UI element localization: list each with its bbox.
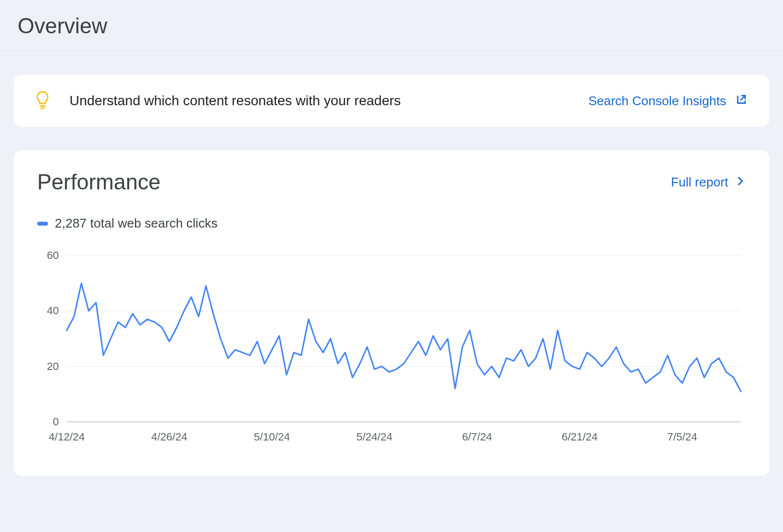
legend-swatch [37, 222, 48, 226]
insights-link-label: Search Console Insights [588, 93, 726, 109]
svg-text:4/12/24: 4/12/24 [48, 431, 85, 443]
insights-text: Understand which content resonates with … [69, 93, 401, 109]
performance-chart: 02040604/12/244/26/245/10/245/24/246/7/2… [37, 246, 746, 446]
legend-label: 2,287 total web search clicks [55, 216, 217, 231]
svg-text:6/21/24: 6/21/24 [562, 431, 598, 443]
insights-card: Understand which content resonates with … [14, 75, 769, 127]
full-report-label: Full report [671, 175, 728, 190]
svg-text:5/24/24: 5/24/24 [356, 431, 392, 443]
performance-header: Performance Full report [37, 170, 746, 194]
svg-text:60: 60 [47, 249, 59, 261]
insights-link[interactable]: Search Console Insights [588, 93, 748, 109]
svg-text:6/7/24: 6/7/24 [462, 431, 492, 443]
performance-card: Performance Full report 2,287 total web … [14, 150, 769, 476]
chart-legend: 2,287 total web search clicks [37, 216, 746, 231]
external-link-icon [735, 93, 748, 109]
svg-text:4/26/24: 4/26/24 [151, 431, 187, 443]
insights-left: Understand which content resonates with … [35, 91, 401, 111]
svg-text:7/5/24: 7/5/24 [667, 431, 697, 443]
performance-title: Performance [37, 170, 161, 194]
svg-text:40: 40 [47, 304, 59, 317]
full-report-link[interactable]: Full report [671, 175, 746, 190]
svg-text:0: 0 [53, 416, 59, 428]
page-title: Overview [0, 0, 783, 51]
svg-text:20: 20 [47, 360, 59, 372]
svg-text:5/10/24: 5/10/24 [254, 431, 290, 443]
chevron-right-icon [735, 175, 746, 190]
lightbulb-icon [35, 91, 50, 111]
